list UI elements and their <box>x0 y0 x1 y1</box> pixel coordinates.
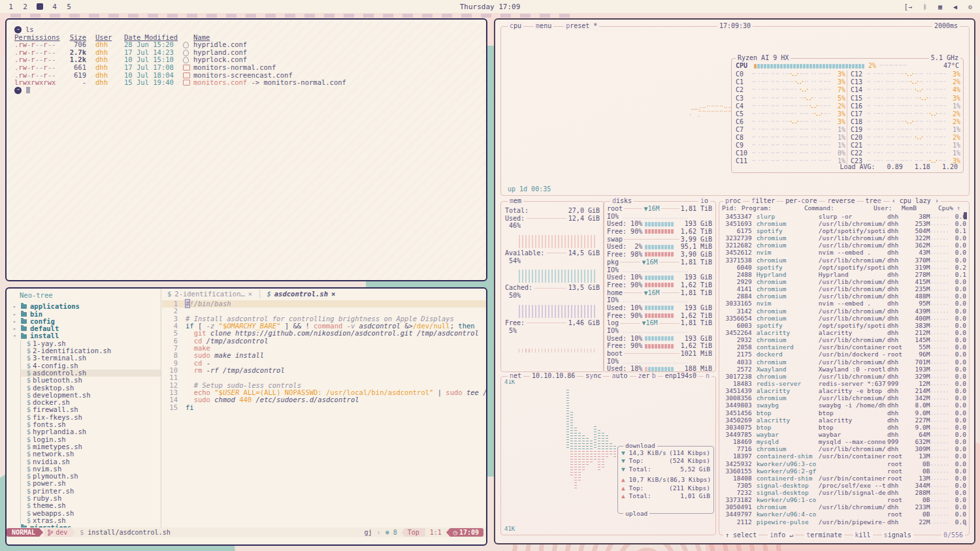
process-row[interactable]: 3017238chromium/usr/lib/chromium/dhh329M… <box>722 373 966 380</box>
process-row[interactable]: 18483redis-serverredis-server *:63799912… <box>722 380 966 387</box>
tree-dir-applications[interactable]: ▸applications <box>7 303 161 310</box>
process-row[interactable]: 3449797kworker/u96:4-coroot0B......0.0 <box>722 511 966 518</box>
workspace-3[interactable] <box>37 3 43 10</box>
process-row[interactable]: 4033chromium/usr/lib/chromium/dhh701M...… <box>722 358 966 366</box>
mem-stat: Available:14,5 GiB <box>505 249 600 257</box>
process-row[interactable]: 3008356chromium/usr/lib/chromium/dhh342M… <box>722 395 966 402</box>
process-row[interactable]: 6175spotify/opt/spotify/spotidhh504M....… <box>722 227 966 234</box>
code-line[interactable]: 6 cd /tmp/asdcontrol <box>162 338 486 345</box>
memory-tab[interactable]: mem <box>508 197 523 205</box>
proc-tab-cpulazy[interactable]: ‹ cpu lazy › <box>890 197 941 205</box>
code-line[interactable]: 8 sudo make install <box>162 352 486 359</box>
process-row[interactable]: 3449785waybarwaybardhh64M........0.0 <box>722 431 966 438</box>
proc-tab-reverse[interactable]: reverse <box>825 197 857 205</box>
process-row[interactable]: 3212682chromium/usr/lib/chromium/dhh362M… <box>722 242 966 249</box>
tree-file-network.sh[interactable]: $network.sh <box>21 450 161 458</box>
workspace-1[interactable]: 1 <box>8 3 14 11</box>
process-row[interactable]: 2572XwaylandXwayland :0 -rootldhh193M...… <box>722 366 966 373</box>
action-signals[interactable]: signals <box>882 531 913 539</box>
process-row[interactable]: 2112pipewire-pulse/usr/bin/pipewire-dhh2… <box>722 518 966 526</box>
neotree-panel: Neo-tree ▸applications▸bin▸config▸defaul… <box>7 289 161 527</box>
tab-close-icon[interactable]: × <box>331 290 335 298</box>
update-interval[interactable]: 2000ms <box>932 22 960 30</box>
proc-tab-tree[interactable]: tree <box>864 197 883 205</box>
cpu-box: cpumenupreset * 17:09:30 2000ms ⢀⣀⡠⠤⠒⠒⠒⠒… <box>500 26 970 196</box>
process-row[interactable]: 7305signal-desktop/proc/self/exe --tdhh3… <box>722 482 966 489</box>
action-terminate[interactable]: terminate <box>804 531 843 539</box>
io-tab[interactable]: io <box>698 197 710 204</box>
network-icon[interactable]: ▦ <box>938 3 942 10</box>
process-row[interactable]: 3450269alacrittyalacrittydhh227M........… <box>722 417 966 424</box>
tree-file-theme.sh[interactable]: $theme.sh <box>21 502 161 509</box>
net-tab-sync[interactable]: sync <box>583 372 603 380</box>
process-row[interactable]: 2058containerd/usr/bin/containerroot55M.… <box>722 344 966 351</box>
btop-tab-cpu[interactable]: cpu <box>508 22 523 30</box>
bluetooth-icon[interactable]: ᛒ <box>923 3 927 10</box>
power-icon[interactable]: ⊙ <box>968 3 972 10</box>
process-row[interactable]: 2175dockerd/usr/bin/dockerd -root96M....… <box>722 351 966 358</box>
process-row[interactable]: 3142chromium/usr/lib/chromium/dhh439M...… <box>722 307 966 315</box>
iface-b[interactable]: b <box>650 372 658 380</box>
tab-2-identification…[interactable]: $2-identification…× <box>167 290 252 298</box>
workspace-2[interactable]: 2 <box>22 3 28 11</box>
tree-file-3-terminal.sh[interactable]: $3-terminal.sh <box>21 354 161 362</box>
process-row[interactable]: 3449803swaybgswaybg -i /home/dhdhh8.0M..… <box>722 402 966 409</box>
tree-file-bluetooth.sh[interactable]: $bluetooth.sh <box>21 377 161 384</box>
process-row[interactable]: 3034075btopbtopdhh9.0M........0.0 <box>722 424 966 431</box>
process-row[interactable]: 3033165nvimnvim --embed .dhh95M........0… <box>722 300 966 307</box>
btop-tab-preset[interactable]: preset * <box>564 22 599 30</box>
process-row[interactable]: 2932chromium/usr/lib/chromium/dhh145M...… <box>722 336 966 343</box>
process-row[interactable]: 2929chromium/usr/lib/chromium/dhh415M...… <box>722 278 966 285</box>
code-line[interactable]: 1#!/bin/bash <box>162 300 486 307</box>
process-row[interactable]: 3452612nvimnvim --embed .dhh43M........0… <box>722 249 966 257</box>
tab-close-icon[interactable]: × <box>248 290 252 298</box>
proc-tab-filter[interactable]: filter <box>749 197 777 205</box>
scrollbar-thumb[interactable] <box>964 212 967 219</box>
screencast-icon[interactable]: [→ <box>904 3 912 10</box>
disks-tab[interactable]: disks <box>610 197 634 205</box>
process-row[interactable]: 18469mysqldmysqld --max-conne999632M....… <box>722 438 966 445</box>
tab-asdcontrol.sh[interactable]: $asdcontrol.sh× <box>267 290 335 298</box>
process-row[interactable]: 3425932kworker/u96:3-coroot0B......0.0 <box>722 460 966 467</box>
process-row[interactable]: 18397containerd-shim/usr/bin/containerro… <box>722 453 966 460</box>
process-row[interactable]: 3232739chromium/usr/lib/chromium/dhh322M… <box>722 234 966 242</box>
workspace-4[interactable]: 4 <box>52 3 57 11</box>
process-row[interactable]: 6003spotify/opt/spotify/spotidhh383M....… <box>722 322 966 329</box>
process-row[interactable]: 3371538chromium/usr/lib/chromium/dhh370M… <box>722 257 966 264</box>
action-info[interactable]: info ↵ <box>768 531 795 539</box>
volume-icon[interactable]: ◀ <box>953 3 957 10</box>
process-row[interactable]: 3452264alacrittyalacrittydhh212M........… <box>722 329 966 336</box>
net-tab[interactable]: net <box>508 372 523 380</box>
process-row[interactable]: 3451456btopbtopdhh9.0M........0.0 <box>722 409 966 417</box>
workspace-5[interactable]: 5 <box>66 3 72 11</box>
tree-file-hyprlandia.sh[interactable]: $hyprlandia.sh <box>21 428 161 435</box>
process-row[interactable]: 6040spotify/opt/spotify/spotidhh319M....… <box>722 264 966 271</box>
code-area[interactable]: 1#!/bin/bash23# Install asdcontrol for c… <box>162 300 486 411</box>
btop-tab-menu[interactable]: menu <box>534 22 553 30</box>
process-row[interactable]: 3356654chromium/usr/lib/chromium/dhh400M… <box>722 315 966 322</box>
process-row[interactable]: 2884chromium/usr/lib/chromium/dhh488M...… <box>722 293 966 300</box>
process-row[interactable]: 7232signal-desktop/usr/lib/signal-dedhh2… <box>722 489 966 496</box>
code-line[interactable]: 10 rm -rf /tmp/asdcontrol <box>162 367 486 374</box>
process-row[interactable]: 3451693chromium/usr/lib/chromium/dhh253M… <box>722 220 966 227</box>
waybar: 1245 Thursday 17:09 [→ᛒ▦◀⊙ <box>0 0 980 13</box>
action-kill[interactable]: kill <box>853 531 873 539</box>
process-row[interactable]: 3453347slurpslurp -ordhh38M........0.0 <box>722 213 966 220</box>
process-row[interactable]: 3373182kworker/u96:1-coroot0B......0.0 <box>722 496 966 503</box>
disk-name-row: swap3,99 GiB <box>607 236 712 244</box>
process-row[interactable]: 3451439alacrittyalacritty -e btopdhh214M… <box>722 387 966 394</box>
process-row[interactable]: 4141chromium/usr/lib/chromium/dhh235M...… <box>722 285 966 292</box>
process-row[interactable]: 7716chromium/usr/lib/chromium/dhh309M...… <box>722 446 966 453</box>
process-row[interactable]: 18408containerd-shim/usr/bin/containerro… <box>722 475 966 482</box>
code-line[interactable]: 15fi <box>162 404 486 411</box>
iface-n[interactable]: n <box>704 372 711 380</box>
proc-tab-proc[interactable]: proc <box>723 197 743 205</box>
prompt-line[interactable]: → <box>14 87 486 94</box>
code-line[interactable]: 14 sudo chmod 440 /etc/sudoers.d/asdcont… <box>162 396 486 403</box>
terminal-output[interactable]: →lsPermissionsSizeUserDate ModifiedName.… <box>7 20 486 94</box>
net-tab-auto[interactable]: auto <box>610 372 629 380</box>
process-row[interactable]: 2488HyprlandHyprlanddhh278M........0.1 <box>722 271 966 278</box>
proc-tab-percore[interactable]: per-core <box>783 197 819 205</box>
process-row[interactable]: 3360155kworker/u96:2-gfroot0B......0.0 <box>722 467 966 475</box>
process-row[interactable]: 3050491chromium/usr/lib/chromium/dhh233M… <box>722 504 966 511</box>
